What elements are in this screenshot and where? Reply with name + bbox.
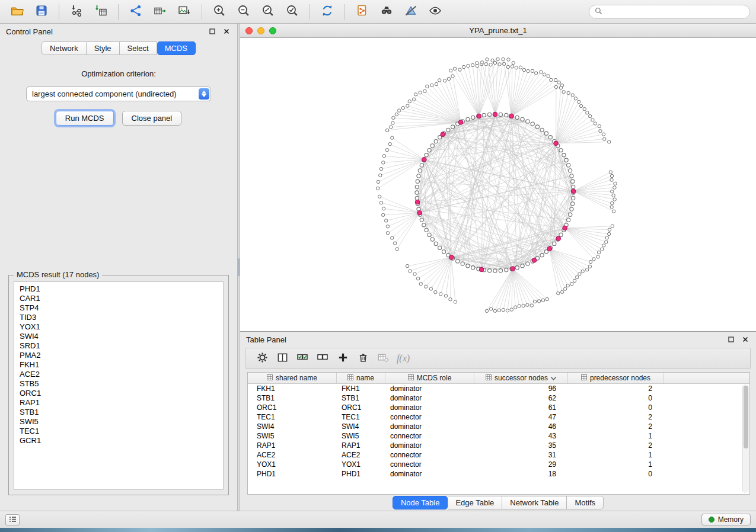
table-row[interactable]: TEC1TEC1connector472 [248,412,749,422]
result-node[interactable]: ORC1 [20,389,223,398]
scrollbar-thumb[interactable] [744,386,748,448]
table-row[interactable]: RAP1RAP1dominator352 [248,441,749,450]
columns-icon [277,352,288,365]
cell-name: ACE2 [337,450,385,460]
tab-style[interactable]: Style [87,41,120,55]
delete-table-button[interactable] [374,350,392,367]
cell-predecessor-nodes: 2 [568,422,664,431]
tab-network-table[interactable]: Network Table [502,496,567,509]
result-node[interactable]: ACE2 [20,370,223,379]
table-toolbar: f(x) [245,348,751,369]
cell-predecessor-nodes: 2 [568,412,664,422]
column-header-shared-name[interactable]: shared name [248,373,337,383]
cell-successor-nodes: 29 [474,460,568,469]
first-neighbors-button[interactable] [375,2,398,21]
cell-shared-name: STB1 [248,393,337,403]
tab-select[interactable]: Select [120,41,157,55]
result-node[interactable]: CAR1 [20,294,223,303]
result-node[interactable]: SWI4 [20,332,223,341]
save-session-button[interactable] [30,2,53,21]
tab-node-table[interactable]: Node Table [393,496,448,509]
result-node[interactable]: PHD1 [20,284,223,294]
result-node[interactable]: TEC1 [20,427,223,436]
table-settings-button[interactable] [253,350,271,367]
float-table-panel-button[interactable] [726,335,736,344]
network-from-selection-button[interactable] [351,2,374,21]
network-window-title: YPA_prune.txt_1 [240,26,756,35]
result-node[interactable]: STB1 [20,408,223,417]
list-icon [9,515,17,524]
tab-motifs[interactable]: Motifs [567,496,604,509]
search-input[interactable] [605,8,744,16]
tab-network[interactable]: Network [42,41,87,55]
cell-filler [664,460,749,469]
zoom-fit-button[interactable] [257,2,279,21]
function-builder-button[interactable]: f(x) [394,350,412,367]
table-row[interactable]: SWI4SWI4dominator462 [248,422,749,431]
cell-mcds-role: dominator [385,393,474,403]
open-session-button[interactable] [6,2,28,21]
table-row[interactable]: ACE2ACE2connector311 [248,450,749,460]
table-row[interactable]: FKH1FKH1dominator962 [248,384,749,393]
column-header-name[interactable]: name [337,373,385,383]
delete-column-button[interactable] [354,350,372,367]
result-node[interactable]: YOX1 [20,322,223,332]
create-column-button[interactable] [334,350,352,367]
cell-filler [664,412,749,422]
minimize-window-icon[interactable] [257,27,264,34]
column-header-predecessor-nodes[interactable]: predecessor nodes [568,373,664,383]
show-columns-button[interactable] [273,350,291,367]
criterion-select[interactable]: largest connected component (undirected) [26,86,211,101]
hide-selected-button[interactable] [424,2,446,21]
cell-shared-name: YOX1 [248,460,337,469]
run-mcds-button[interactable]: Run MCDS [56,111,114,126]
tab-mcds[interactable]: MCDS [157,41,196,55]
result-node[interactable]: RAP1 [20,398,223,408]
result-node[interactable]: TID3 [20,313,223,322]
mcds-result-list[interactable]: PHD1CAR1STP4TID3YOX1SWI4SRD1PMA2FKH1ACE2… [14,281,224,490]
unselect-all-columns-button[interactable] [314,350,331,367]
zoom-out-button[interactable] [232,2,255,21]
import-table-button[interactable] [90,2,112,21]
zoom-in-button[interactable] [208,2,231,21]
table-row[interactable]: ORC1ORC1dominator610 [248,403,749,412]
close-panel-button[interactable]: Close panel [122,111,182,126]
export-table-button[interactable] [149,2,171,21]
table-row[interactable]: SWI5SWI5connector431 [248,431,749,441]
apply-layout-button[interactable] [316,2,339,21]
close-panel-icon-button[interactable] [222,27,231,36]
close-window-icon[interactable] [245,27,253,34]
graphics-details-icon [404,4,418,20]
result-node[interactable]: SWI5 [20,417,223,427]
column-header-mcds-role[interactable]: MCDS role [385,373,474,383]
tab-edge-table[interactable]: Edge Table [448,496,502,509]
graphics-details-button[interactable] [400,2,422,21]
import-network-button[interactable] [65,2,88,21]
export-image-button[interactable] [173,2,196,21]
column-header-successor-nodes[interactable]: successor nodes [474,373,568,383]
table-row[interactable]: YOX1YOX1connector291 [248,460,749,469]
result-node[interactable]: GCR1 [20,436,223,446]
task-history-button[interactable] [5,514,20,525]
zoom-selected-button[interactable] [281,2,304,21]
export-network-button[interactable] [125,2,147,21]
result-node[interactable]: FKH1 [20,360,223,370]
result-node[interactable]: SRD1 [20,341,223,351]
cell-successor-nodes: 62 [474,393,568,403]
close-table-panel-button[interactable] [741,335,750,344]
control-panel-header: Control Panel [0,24,237,39]
result-node[interactable]: STB5 [20,379,223,389]
chevron-down-icon[interactable] [551,374,556,382]
memory-button[interactable]: Memory [701,514,751,525]
result-node[interactable]: STP4 [20,303,223,313]
table-row[interactable]: STB1STB1dominator620 [248,393,749,403]
float-panel-button[interactable] [208,27,217,36]
splitter-grip[interactable] [238,258,240,276]
result-node[interactable]: PMA2 [20,351,223,360]
maximize-window-icon[interactable] [269,27,276,34]
table-row[interactable]: PHD1PHD1dominator180 [248,469,749,479]
search-box[interactable] [589,5,750,19]
network-canvas[interactable] [240,38,756,331]
table-scrollbar[interactable] [742,384,749,493]
select-all-columns-button[interactable] [294,350,311,367]
